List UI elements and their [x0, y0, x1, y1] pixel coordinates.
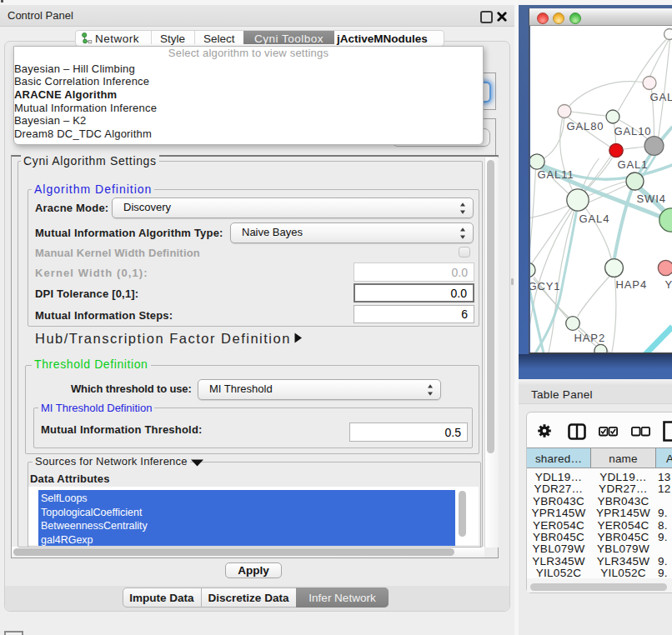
svg-text:Y: Y	[664, 278, 672, 291]
svg-text:GAL80: GAL80	[566, 120, 604, 132]
svg-text:GAL11: GAL11	[537, 168, 574, 181]
svg-text:GAL10: GAL10	[614, 125, 651, 138]
svg-text:GAL4: GAL4	[579, 212, 609, 225]
svg-text:SWI4: SWI4	[636, 192, 665, 205]
svg-text:HAP4: HAP4	[615, 278, 647, 291]
svg-text:GAL7: GAL7	[649, 91, 672, 103]
svg-text:GCY1: GCY1	[530, 280, 561, 292]
svg-text:HAP2: HAP2	[574, 332, 605, 344]
svg-text:GAL1: GAL1	[617, 158, 648, 171]
